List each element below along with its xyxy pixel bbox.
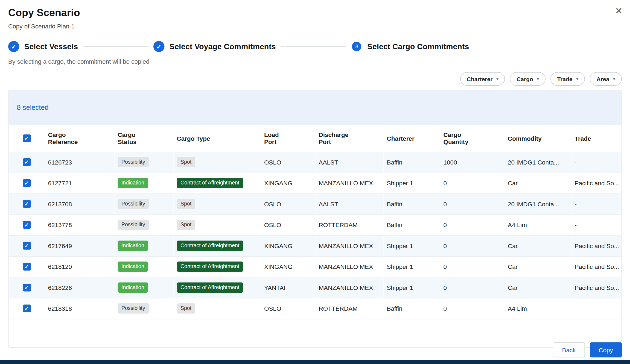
- step-check-icon: ✓: [153, 41, 165, 52]
- cell-cargo-type: Spot: [174, 215, 261, 236]
- row-checkbox[interactable]: ✓: [23, 284, 31, 292]
- app-bottom-bar: [0, 360, 630, 364]
- table-row[interactable]: ✓6213778PossibilitySpotOSLOROTTERDAMBaff…: [9, 215, 622, 236]
- filter-area[interactable]: Area▾: [590, 72, 622, 86]
- table-row[interactable]: ✓6218120IndicationContract of Affreightm…: [9, 256, 622, 277]
- table-row[interactable]: ✓6217649IndicationContract of Affreightm…: [9, 235, 622, 256]
- stepper: ✓Select Vessels✓Select Voyage Commitment…: [8, 41, 622, 52]
- cell-cargo-quantity: 0: [440, 215, 505, 236]
- cell-cargo-status: Possibility: [115, 152, 174, 173]
- cell-load-port: YANTAI: [261, 277, 316, 298]
- cell-commodity: Car: [504, 235, 571, 256]
- column-header-commodity: Commodity: [504, 125, 571, 152]
- chevron-down-icon: ▾: [613, 76, 615, 82]
- cell-cargo-status: Possibility: [115, 298, 174, 319]
- cargo-status-badge: Possibility: [118, 303, 149, 313]
- cell-cargo-reference: 6218318: [45, 298, 115, 319]
- row-checkbox[interactable]: ✓: [23, 305, 31, 313]
- row-checkbox[interactable]: ✓: [23, 200, 31, 208]
- cell-cargo-type: Spot: [174, 152, 261, 173]
- cell-charterer: Baffin: [384, 215, 440, 236]
- filter-trade[interactable]: Trade▾: [551, 72, 585, 86]
- row-checkbox[interactable]: ✓: [23, 221, 31, 229]
- modal-header: Copy Scenario Copy of Scenario Plan 1 ✕: [0, 0, 630, 30]
- cell-commodity: A4 Lim: [504, 298, 571, 319]
- cell-charterer: Baffin: [384, 193, 440, 215]
- cargo-status-badge: Possibility: [118, 157, 149, 167]
- chevron-down-icon: ▾: [537, 76, 539, 82]
- filter-bar: Charterer▾Cargo▾Trade▾Area▾: [8, 72, 622, 86]
- cell-cargo-quantity: 0: [440, 277, 505, 298]
- cargo-type-badge: Contract of Affreightment: [177, 283, 243, 293]
- cell-cargo-reference: 6213708: [45, 193, 115, 215]
- filter-label: Charterer: [467, 76, 493, 82]
- cell-trade: -: [571, 215, 622, 236]
- table-row[interactable]: ✓6126723PossibilitySpotOSLOAALSTBaffin10…: [9, 152, 622, 173]
- row-checkbox[interactable]: ✓: [23, 263, 31, 271]
- stepper-connector: [83, 46, 148, 47]
- select-all-checkbox[interactable]: ✓: [23, 134, 31, 142]
- column-header-charterer: Charterer: [384, 125, 440, 152]
- row-checkbox-cell: ✓: [9, 193, 45, 215]
- stepper-step-select-voyage-commitments[interactable]: ✓Select Voyage Commitments: [153, 41, 276, 52]
- cell-charterer: Shipper 1: [384, 277, 440, 298]
- cell-cargo-quantity: 0: [440, 235, 505, 256]
- cell-discharge-port: ROTTERDAM: [316, 215, 384, 236]
- cell-discharge-port: MANZANILLO MEX: [316, 235, 384, 256]
- cell-cargo-status: Indication: [115, 277, 174, 298]
- filter-label: Cargo: [517, 76, 533, 82]
- row-checkbox-cell: ✓: [9, 235, 45, 256]
- row-checkbox[interactable]: ✓: [23, 158, 31, 166]
- cell-cargo-status: Indication: [115, 256, 174, 277]
- filter-cargo[interactable]: Cargo▾: [510, 72, 546, 86]
- step-label: Select Voyage Commitments: [170, 42, 276, 51]
- row-checkbox[interactable]: ✓: [23, 179, 31, 187]
- page-title: Copy Scenario: [8, 7, 622, 19]
- cell-load-port: OSLO: [261, 298, 316, 319]
- cargo-type-badge: Spot: [177, 303, 195, 313]
- chevron-down-icon: ▾: [576, 76, 578, 82]
- row-checkbox-cell: ✓: [9, 215, 45, 236]
- cell-charterer: Shipper 1: [384, 173, 440, 194]
- cell-cargo-reference: 6127721: [45, 173, 115, 194]
- table-row[interactable]: ✓6213708PossibilitySpotOSLOAALSTBaffin02…: [9, 193, 622, 215]
- step-number-badge: 3: [352, 42, 362, 51]
- cell-trade: Pacific and So...: [571, 173, 622, 194]
- copy-button[interactable]: Copy: [590, 342, 622, 358]
- cell-charterer: Baffin: [384, 152, 440, 173]
- row-checkbox-cell: ✓: [9, 298, 45, 319]
- cell-cargo-status: Possibility: [115, 215, 174, 236]
- stepper-step-select-vessels[interactable]: ✓Select Vessels: [8, 41, 78, 52]
- filter-charterer[interactable]: Charterer▾: [460, 72, 505, 86]
- cell-commodity: 20 IMDG1 Conta...: [504, 193, 571, 215]
- stepper-step-select-cargo-commitments[interactable]: 3Select Cargo Commitments: [351, 42, 469, 51]
- cell-commodity: Car: [504, 256, 571, 277]
- column-header-cargo-reference: Cargo Reference: [45, 125, 115, 152]
- table-row[interactable]: ✓6218318PossibilitySpotOSLOROTTERDAMBaff…: [9, 298, 622, 319]
- stepper-connector: [281, 46, 346, 47]
- cell-cargo-type: Contract of Affreightment: [174, 235, 261, 256]
- cell-cargo-quantity: 0: [440, 298, 505, 319]
- cell-commodity: 20 IMDG1 Conta...: [504, 152, 571, 173]
- selected-count: 8 selected: [17, 104, 49, 112]
- row-checkbox-cell: ✓: [9, 277, 45, 298]
- cargo-type-badge: Spot: [177, 157, 195, 167]
- cell-discharge-port: AALST: [316, 193, 384, 215]
- cell-cargo-reference: 6218120: [45, 256, 115, 277]
- cell-trade: Pacific and So...: [571, 235, 622, 256]
- cell-load-port: XINGANG: [261, 173, 316, 194]
- cell-discharge-port: MANZANILLO MEX: [316, 277, 384, 298]
- column-header-cargo-type: Cargo Type: [174, 125, 261, 152]
- row-checkbox[interactable]: ✓: [23, 242, 31, 250]
- close-icon[interactable]: ✕: [613, 5, 624, 17]
- back-button[interactable]: Back: [553, 342, 585, 358]
- cargo-table: ✓Cargo ReferenceCargo StatusCargo TypeLo…: [9, 125, 622, 319]
- table-row[interactable]: ✓6127721IndicationContract of Affreightm…: [9, 173, 622, 194]
- row-checkbox-cell: ✓: [9, 173, 45, 194]
- cargo-table-card: 8 selected ✓Cargo ReferenceCargo StatusC…: [8, 90, 622, 348]
- row-checkbox-cell: ✓: [9, 152, 45, 173]
- cell-cargo-reference: 6126723: [45, 152, 115, 173]
- table-row[interactable]: ✓6218226IndicationContract of Affreightm…: [9, 277, 622, 298]
- column-header-discharge-port: Discharge Port: [316, 125, 384, 152]
- cell-cargo-type: Contract of Affreightment: [174, 256, 261, 277]
